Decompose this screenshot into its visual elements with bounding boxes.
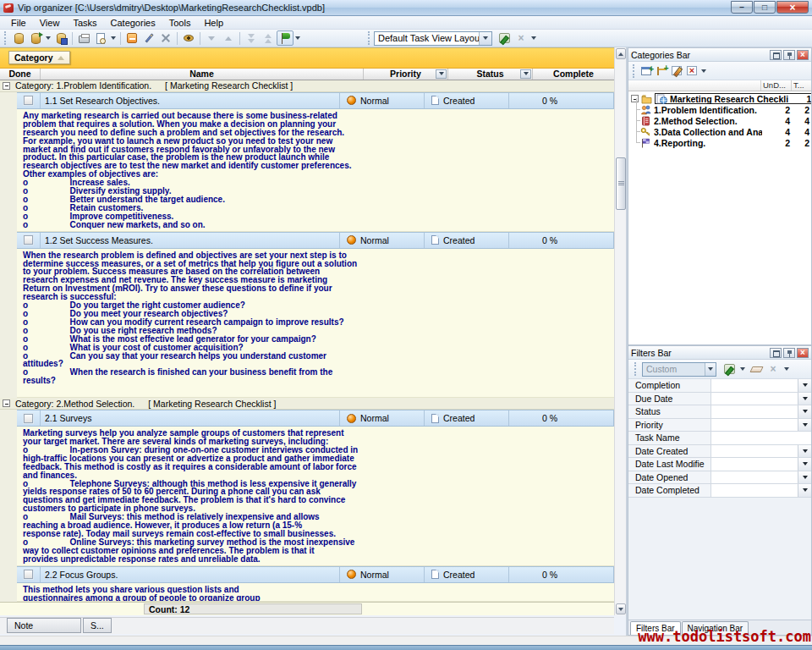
task-done-checkbox[interactable] <box>24 570 33 579</box>
filter-value-input[interactable] <box>711 458 798 471</box>
clear-filter-button[interactable] <box>749 362 764 376</box>
status-filter-button[interactable] <box>520 69 531 79</box>
menu-file[interactable]: File <box>5 17 32 29</box>
task-name[interactable]: 2.1 Surveys <box>41 410 340 426</box>
task-name[interactable]: 2.2 Focus Groups. <box>41 567 340 582</box>
view-dropdown-caret-icon[interactable] <box>295 36 300 40</box>
filter-dropdown-button[interactable] <box>798 484 811 497</box>
save-filter-button[interactable] <box>721 362 737 376</box>
column-header-priority[interactable]: Priority <box>364 69 448 80</box>
move-up-button[interactable] <box>220 30 237 46</box>
category-group-row[interactable]: Category: 1.Problem Identification. [ Ma… <box>0 80 614 92</box>
maximize-button[interactable] <box>754 1 776 14</box>
new-category-button[interactable] <box>654 64 669 78</box>
delete-filter-button[interactable]: × <box>765 362 781 376</box>
tree-category-row[interactable]: 2.Method Selection. 4 4 <box>628 115 811 126</box>
task-name[interactable]: 1.2 Set Success Measures. <box>41 233 340 248</box>
filter-dropdown-button[interactable] <box>798 458 811 471</box>
filter-dropdown-button[interactable] <box>798 405 811 418</box>
category-group-row[interactable]: Category: 2.Method Selection. [ Marketin… <box>0 398 614 410</box>
collapse-tree-icon[interactable] <box>631 95 639 102</box>
filter-value-input[interactable] <box>711 419 798 432</box>
selected-tasklist[interactable]: Marketing Research Checkli 12 12 <box>655 93 811 104</box>
filter-value-input[interactable] <box>711 432 811 444</box>
layout-combo-dropdown[interactable] <box>479 32 491 45</box>
edit-category-button[interactable] <box>669 64 684 78</box>
panel-restore-button[interactable] <box>770 348 782 358</box>
filter-preset-combo[interactable]: Custom <box>642 362 716 377</box>
new-task-list-button[interactable] <box>639 64 654 78</box>
filter-value-input[interactable] <box>711 393 798 405</box>
delete-layout-button[interactable]: × <box>513 30 529 46</box>
view-task-button[interactable] <box>180 30 197 46</box>
task-row[interactable]: 2.2 Focus Groups. Normal Created 0 % <box>17 566 614 583</box>
save-database-button[interactable] <box>52 30 69 46</box>
panel-close-button[interactable] <box>797 348 809 358</box>
filter-dropdown-button[interactable] <box>798 379 811 392</box>
column-header-status[interactable]: Status <box>448 69 533 80</box>
task-row[interactable]: 1.1 Set Research Objectives. Normal Crea… <box>17 92 614 109</box>
minimize-button[interactable] <box>731 1 753 14</box>
layout-combo[interactable]: Default Task View Layout <box>374 31 492 46</box>
collapse-group-icon[interactable] <box>3 399 10 407</box>
filter-value-input[interactable] <box>711 405 798 418</box>
menu-tasks[interactable]: Tasks <box>67 17 102 29</box>
column-undone[interactable]: UnD... <box>760 80 791 91</box>
edit-task-button[interactable] <box>140 30 157 46</box>
menu-help[interactable]: Help <box>198 17 229 29</box>
task-done-checkbox[interactable] <box>24 414 33 423</box>
open-database-button[interactable] <box>27 30 44 46</box>
tree-category-row[interactable]: 1.Problem Identification. 2 2 <box>628 104 811 115</box>
collapse-group-icon[interactable] <box>3 82 10 90</box>
move-top-button[interactable] <box>260 30 277 46</box>
delete-task-button[interactable] <box>157 30 174 46</box>
panel-pin-button[interactable] <box>783 50 795 60</box>
scrollbar-thumb[interactable] <box>616 157 626 210</box>
scroll-up-button[interactable] <box>616 48 626 59</box>
new-task-button[interactable] <box>123 30 140 46</box>
column-header-done[interactable]: Done <box>0 69 41 80</box>
task-done-checkbox[interactable] <box>24 96 33 105</box>
menu-view[interactable]: View <box>34 17 66 29</box>
categories-toolbar-caret-icon[interactable] <box>701 69 706 73</box>
filter-value-input[interactable] <box>711 379 798 392</box>
panel-restore-button[interactable] <box>770 50 782 60</box>
group-by-category-button[interactable]: Category <box>8 51 70 64</box>
filters-toolbar-caret-icon[interactable] <box>784 367 789 371</box>
filter-dropdown-button[interactable] <box>798 419 811 432</box>
task-name[interactable]: 1.1 Set Research Objectives. <box>41 93 340 108</box>
panel-pin-button[interactable] <box>783 348 795 358</box>
tab-s[interactable]: S... <box>83 618 112 633</box>
tree-category-row[interactable]: 3.Data Collection and Analy 4 4 <box>628 126 811 137</box>
move-down-button[interactable] <box>203 30 220 46</box>
tab-note[interactable]: Note <box>7 618 81 633</box>
save-filter-caret-icon[interactable] <box>740 367 745 371</box>
filter-preset-dropdown[interactable] <box>705 363 716 376</box>
grid-vertical-scrollbar[interactable] <box>614 47 626 615</box>
print-button[interactable] <box>75 30 92 46</box>
priority-filter-button[interactable] <box>436 69 447 79</box>
new-database-button[interactable] <box>10 30 27 46</box>
panel-close-button[interactable] <box>797 50 809 60</box>
tree-root-row[interactable]: Marketing Research Checkli 12 12 <box>628 93 811 104</box>
filter-dropdown-button[interactable] <box>798 393 811 405</box>
scroll-down-button[interactable] <box>616 603 626 614</box>
filter-value-input[interactable] <box>711 484 798 497</box>
delete-category-button[interactable] <box>684 64 700 78</box>
column-total[interactable]: T... <box>791 80 811 91</box>
filter-dropdown-button[interactable] <box>798 471 811 484</box>
menu-tools[interactable]: Tools <box>163 17 197 29</box>
save-layout-button[interactable] <box>496 30 513 46</box>
filter-value-input[interactable] <box>711 471 798 484</box>
close-button[interactable] <box>776 1 809 14</box>
open-dropdown-caret-icon[interactable] <box>46 36 51 40</box>
task-row[interactable]: 2.1 Surveys Normal Created 0 % <box>17 410 614 427</box>
tree-category-row[interactable]: 4.Reporting. 2 2 <box>628 137 811 148</box>
print-preview-button[interactable] <box>92 30 109 46</box>
layout-dropdown-caret-icon[interactable] <box>531 36 536 40</box>
task-row[interactable]: 1.2 Set Success Measures. Normal Created… <box>17 232 614 249</box>
print-dropdown-caret-icon[interactable] <box>111 36 116 40</box>
filter-value-input[interactable] <box>711 445 798 458</box>
column-header-name[interactable]: Name <box>41 69 364 80</box>
task-done-checkbox[interactable] <box>24 235 33 245</box>
